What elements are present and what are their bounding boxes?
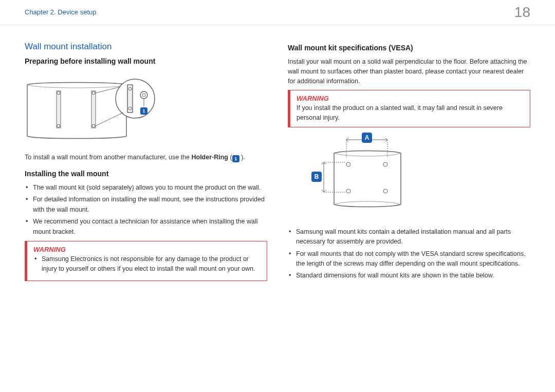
svg-rect-1 — [91, 91, 96, 128]
installing-bullets: The wall mount kit (sold separately) all… — [25, 183, 267, 237]
marker-a-badge: A — [362, 133, 372, 143]
figure-wall-mount-prep: 1 — [25, 70, 158, 147]
list-item: For detailed information on installing t… — [33, 195, 267, 215]
svg-rect-0 — [57, 91, 61, 128]
page-content: Wall mount installation Preparing before… — [0, 25, 555, 286]
warning-bullets: Samsung Electronics is not responsible f… — [33, 254, 262, 274]
warning-title: WARNING — [297, 95, 525, 102]
note-bold: Holder-Ring — [191, 154, 228, 161]
section-title: Wall mount installation — [25, 42, 267, 52]
list-item: The wall mount kit (sold separately) all… — [33, 183, 267, 193]
svg-point-22 — [383, 162, 387, 166]
svg-point-6 — [116, 79, 155, 118]
warning-text: If you install the product on a slanted … — [297, 103, 525, 123]
note-close: ). — [239, 154, 245, 161]
svg-point-24 — [383, 189, 387, 193]
vesa-diagram-icon — [308, 133, 421, 220]
list-item: Standard dimensions for wall mount kits … — [296, 271, 530, 281]
holder-ring-note: To install a wall mount from another man… — [25, 153, 267, 162]
page-number: 18 — [514, 4, 530, 21]
list-item: Samsung wall mount kits contain a detail… — [296, 227, 530, 247]
marker-1-inline: 1 — [232, 155, 239, 162]
wall-mount-diagram-icon — [25, 70, 158, 147]
warning-box-right: WARNING If you install the product on a … — [288, 90, 530, 127]
figure-vesa-dimensions: A B — [308, 133, 421, 220]
note-post: ( — [228, 154, 232, 161]
subheading-preparing: Preparing before installing wall mount — [25, 57, 267, 65]
right-column: Wall mount kit specifications (VESA) Ins… — [288, 42, 530, 286]
list-item: We recommend you contact a technician fo… — [33, 217, 267, 237]
warning-title: WARNING — [33, 246, 262, 253]
warning-box-left: WARNING Samsung Electronics is not respo… — [25, 241, 267, 281]
vesa-bullets: Samsung wall mount kits contain a detail… — [288, 227, 530, 281]
left-column: Wall mount installation Preparing before… — [25, 42, 267, 286]
svg-point-23 — [346, 189, 350, 193]
subheading-vesa: Wall mount kit specifications (VESA) — [288, 44, 530, 52]
subheading-installing: Installing the wall mount — [25, 170, 267, 178]
chapter-breadcrumb[interactable]: Chapter 2. Device setup — [25, 8, 96, 16]
marker-1-badge: 1 — [140, 107, 147, 115]
list-item: For wall mounts that do not comply with … — [296, 249, 530, 269]
marker-b-badge: B — [311, 172, 322, 182]
svg-point-21 — [346, 162, 350, 166]
page-header: Chapter 2. Device setup 18 — [0, 0, 555, 25]
list-item: Samsung Electronics is not responsible f… — [42, 254, 262, 274]
svg-line-8 — [96, 113, 123, 126]
vesa-intro: Install your wall mount on a solid wall … — [288, 57, 530, 86]
svg-rect-9 — [127, 85, 133, 113]
note-pre: To install a wall mount from another man… — [25, 154, 191, 161]
